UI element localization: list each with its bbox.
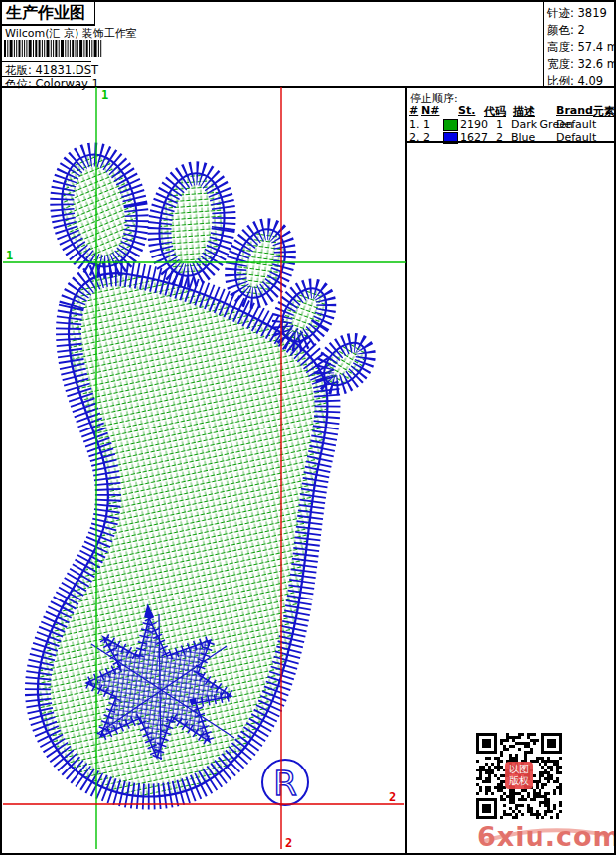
header-divider (543, 2, 544, 87)
toe-3 (227, 222, 294, 304)
toe-5 (316, 335, 374, 393)
big-toe (54, 148, 146, 272)
barcode (4, 40, 119, 57)
end-marker-bottom: 2 (285, 836, 292, 850)
stat-height: 高度: 57.4 mm (547, 40, 616, 55)
col-num: # (409, 104, 418, 117)
table-bottom-rule (406, 141, 614, 143)
stop-sequence-table: 停止顺序: # N# St. 代码 描述 Brand 元素 1. 1 2190 … (407, 87, 614, 143)
header-rule-1 (2, 61, 91, 62)
col-brand: Brand (556, 104, 593, 117)
toe-2 (153, 169, 231, 280)
production-worksheet: 生产作业图 Wilcom(汇 京) 装饰工作室 花版: 41831.DST 色位… (0, 0, 616, 855)
color-swatch-green (443, 119, 458, 131)
col-code: 代码 (484, 104, 506, 119)
stat-colors: 颜色: 2 (547, 23, 585, 38)
col-needle: N# (421, 104, 439, 117)
col-st: St. (458, 104, 475, 117)
end-marker-right: 2 (389, 790, 396, 804)
design-canvas: R 1 1 2 2 (3, 87, 406, 851)
start-marker-top: 1 (101, 88, 108, 102)
col-element: 元素 (593, 104, 615, 119)
studio-name: Wilcom(汇 京) 装饰工作室 (5, 26, 137, 41)
page-title: 生产作业图 (2, 2, 95, 26)
stat-width: 宽度: 32.6 mm (547, 57, 616, 72)
registered-r: R (273, 764, 297, 803)
col-desc: 描述 (513, 104, 535, 119)
registered-trademark: R (262, 760, 308, 805)
watermark-site: 6xiu.com (477, 821, 616, 852)
design-file-value: 41831.DST (36, 63, 98, 77)
stat-stitches: 针迹: 3819 (547, 6, 607, 21)
design-file-label: 花版: (5, 63, 32, 77)
start-marker-left: 1 (6, 249, 13, 262)
copyright-stamp: 以图 版权 (505, 762, 533, 789)
